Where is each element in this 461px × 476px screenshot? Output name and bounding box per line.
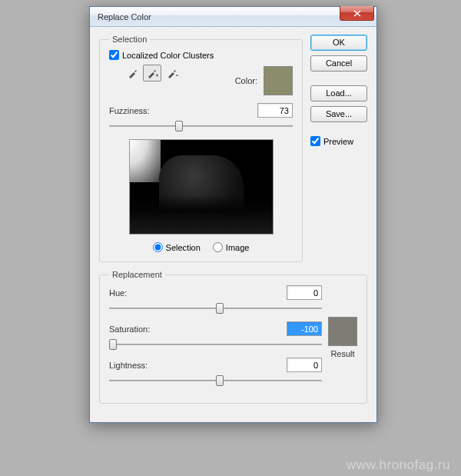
dialog-body: Selection Localized Color Clusters: [90, 27, 376, 422]
view-mode-radios: Selection Image: [109, 242, 293, 252]
fuzziness-input[interactable]: [257, 103, 293, 118]
lightness-slider[interactable]: [109, 374, 322, 388]
eyedropper-subtract-tool[interactable]: [163, 65, 181, 82]
radio-selection[interactable]: Selection: [153, 242, 201, 252]
saturation-input[interactable]: [287, 321, 322, 336]
color-swatch[interactable]: [264, 66, 293, 95]
hue-slider[interactable]: [109, 301, 322, 315]
close-button[interactable]: [340, 6, 374, 21]
eyedropper-plus-icon: [146, 68, 159, 79]
lightness-input[interactable]: [287, 358, 322, 372]
eyedropper-icon: [127, 68, 138, 79]
save-button[interactable]: Save...: [310, 106, 367, 122]
replace-color-dialog: Replace Color Selection Localized Color …: [89, 6, 377, 423]
selection-preview: [129, 139, 274, 235]
localized-clusters-label: Localized Color Clusters: [122, 51, 214, 60]
side-buttons: OK Cancel Load... Save... Preview: [310, 35, 367, 270]
titlebar[interactable]: Replace Color: [90, 7, 376, 27]
eyedropper-add-tool[interactable]: [143, 65, 161, 82]
fuzziness-label: Fuzziness:: [109, 106, 150, 115]
result-label: Result: [330, 349, 354, 358]
radio-image[interactable]: Image: [213, 242, 250, 252]
result-swatch[interactable]: [328, 317, 357, 346]
preview-checkbox-wrap: Preview: [310, 136, 367, 146]
watermark: www.hronofag.ru: [347, 458, 450, 473]
saturation-slider[interactable]: [109, 338, 322, 351]
preview-checkbox[interactable]: [310, 136, 320, 146]
replacement-group: Replacement Hue: Saturation:: [99, 270, 367, 404]
load-button[interactable]: Load...: [310, 85, 367, 102]
eyedropper-tool[interactable]: [123, 65, 141, 82]
ok-button[interactable]: OK: [310, 35, 367, 51]
eyedropper-minus-icon: [166, 68, 179, 79]
localized-clusters-checkbox[interactable]: [109, 50, 119, 60]
lightness-label: Lightness:: [109, 361, 148, 370]
color-label: Color:: [235, 76, 257, 85]
dialog-title: Replace Color: [98, 12, 151, 22]
hue-label: Hue:: [109, 288, 127, 298]
saturation-label: Saturation:: [109, 325, 150, 334]
close-icon: [353, 10, 361, 17]
hue-input[interactable]: [287, 285, 322, 300]
selection-group: Selection Localized Color Clusters: [99, 35, 303, 262]
fuzziness-slider[interactable]: [109, 119, 293, 133]
selection-legend: Selection: [109, 35, 150, 44]
cancel-button[interactable]: Cancel: [310, 55, 367, 72]
preview-label: Preview: [323, 137, 353, 146]
replacement-legend: Replacement: [109, 270, 165, 279]
